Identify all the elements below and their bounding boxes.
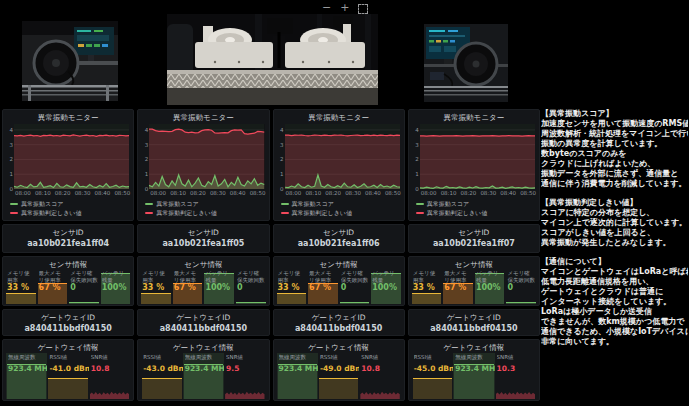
gauge-label: メモリ確保失敗回数	[70, 270, 98, 283]
dashboard-column-4: 異常振動モニター0123408:0008:1008:2008:3008:4008…	[408, 109, 540, 401]
panel-title[interactable]: ゲートウェイ情報	[3, 340, 133, 353]
y-axis: 01234	[5, 124, 14, 189]
stat-sparkline	[225, 390, 264, 399]
info-text-line: 異常振動が発生したとみなします。	[541, 238, 688, 248]
sensor-gauges: メモリ使用率33 %最大メモリ使用率67 %バッテリ残量100%メモリ確保失敗回…	[409, 270, 539, 305]
stat-label: 無線周波数	[185, 354, 222, 361]
info-section: 【異常振動判定しきい値】スコアに特定の分布を想定し、マイコン上で逐次的に計算して…	[541, 198, 688, 248]
panel-title[interactable]: センサ情報	[274, 257, 404, 270]
camera-feed-center	[167, 14, 378, 105]
chart-legend: 異常振動スコア異常振動判定しきい値	[416, 199, 539, 217]
info-text-line: スコアに特定の分布を想定し、	[541, 208, 688, 218]
panel-title[interactable]: 異常振動モニター	[274, 110, 404, 123]
panel-title[interactable]: ゲートウェイ情報	[138, 340, 268, 353]
legend-item[interactable]: 異常振動判定しきい値	[145, 208, 268, 217]
legend-item[interactable]: 異常振動判定しきい値	[416, 208, 539, 217]
legend-item[interactable]: 異常振動スコア	[145, 199, 268, 208]
sensor-info-panel: センサ情報メモリ使用率33 %最大メモリ使用率67 %バッテリ残量100%メモリ…	[137, 256, 269, 306]
gateway-stats: RSSI値-45.0 dBm無線周波数923.4 MHzSNR値10.3	[409, 353, 539, 400]
info-text-line: 加速度センサを用いて振動速度のRMS値・	[541, 119, 688, 129]
legend-label: 異常振動スコア	[427, 199, 469, 208]
gauge-bar	[340, 302, 370, 304]
panel-title[interactable]: センサID	[274, 225, 404, 238]
gauge-bar	[277, 293, 307, 304]
legend-item[interactable]: 異常振動判定しきい値	[10, 208, 133, 217]
panel-title[interactable]: ゲートウェイID	[3, 310, 133, 323]
gauge-value: 33 %	[7, 283, 35, 292]
panel-title[interactable]: センサID	[409, 225, 539, 238]
gateway-stat: SNR値10.8	[359, 353, 400, 399]
gateway-info-panel: ゲートウェイ情報無線周波数923.4 MHzRSSI値-41.0 dBmSNR値…	[2, 339, 134, 401]
panel-title[interactable]: ゲートウェイID	[274, 310, 404, 323]
legend-item[interactable]: 異常振動判定しきい値	[281, 208, 404, 217]
x-tick-label: 08:10	[441, 190, 457, 197]
x-axis: 08:0008:1008:2008:3008:4008:50	[138, 189, 268, 197]
legend-item[interactable]: 異常振動スコア	[281, 199, 404, 208]
panel-title[interactable]: ゲートウェイ情報	[274, 340, 404, 353]
panel-title[interactable]: センサ情報	[3, 257, 133, 270]
gauge-value: 67 %	[444, 283, 472, 292]
x-tick-label: 08:00	[15, 190, 31, 197]
zoom-out-icon[interactable]: −	[322, 1, 331, 15]
chart-area: 01234	[411, 124, 535, 189]
gauge-label: バッテリ残量	[476, 270, 504, 283]
vibration-monitoring-dashboard: − +	[0, 0, 689, 406]
plot-region	[14, 124, 129, 189]
panel-title[interactable]: センサID	[3, 225, 133, 238]
panel-title[interactable]: 異常振動モニター	[409, 110, 539, 123]
stat-sparkline	[48, 378, 87, 399]
y-tick-label: 3	[10, 142, 14, 148]
vibration-chart-plot	[285, 124, 400, 189]
stat-value: -43.0 dBm	[143, 364, 180, 374]
gauge-label: バッテリ残量	[372, 270, 400, 283]
panel-title[interactable]: 異常振動モニター	[3, 110, 133, 123]
panel-title[interactable]: センサ情報	[138, 257, 268, 270]
stat-label: RSSI値	[49, 354, 86, 361]
gauge-value: 33 %	[413, 283, 441, 292]
plot-region	[420, 124, 535, 189]
stat-label: RSSI値	[143, 354, 180, 361]
legend-item[interactable]: 異常振動スコア	[416, 199, 539, 208]
fullscreen-icon[interactable]	[358, 4, 368, 14]
y-tick-label: 0	[145, 186, 149, 192]
panel-title[interactable]: センサ情報	[409, 257, 539, 270]
panel-title[interactable]: センサID	[138, 225, 268, 238]
legend-item[interactable]: 異常振動スコア	[10, 199, 133, 208]
zoom-in-icon[interactable]: +	[340, 1, 349, 15]
y-tick-label: 4	[415, 127, 419, 133]
gauge-bar	[141, 293, 171, 304]
panel-title[interactable]: ゲートウェイID	[138, 310, 268, 323]
gateway-id-value: a840411bbdf04150	[138, 323, 268, 335]
x-tick-label: 08:00	[150, 190, 166, 197]
panel-title[interactable]: ゲートウェイID	[409, 310, 539, 323]
gateway-id-value: a840411bbdf04150	[274, 323, 404, 335]
vibration-monitor-panel: 異常振動モニター0123408:0008:1008:2008:3008:4008…	[137, 109, 269, 221]
x-tick-label: 08:40	[230, 190, 246, 197]
legend-color-dash	[145, 212, 153, 214]
info-text-line: 通信できるため、小規模なIoTデバイスに	[541, 327, 688, 337]
gauge-label: メモリ確保失敗回数	[507, 270, 535, 283]
y-tick-label: 1	[280, 171, 284, 177]
sensor-gauge: メモリ使用率33 %	[140, 270, 172, 304]
gauge-value: 100%	[476, 283, 504, 292]
gateway-info-panel: ゲートウェイ情報RSSI値-43.0 dBm無線周波数923.4 MHzSNR値…	[137, 339, 269, 401]
gauge-label: メモリ使用率	[142, 270, 170, 283]
gauge-bar	[412, 293, 442, 304]
sensor-gauge: 最大メモリ使用率67 %	[307, 270, 339, 304]
x-tick-label: 08:00	[286, 190, 302, 197]
legend-color-dash	[416, 203, 424, 205]
sensor-gauge: メモリ使用率33 %	[276, 270, 308, 304]
x-axis: 08:0008:1008:2008:3008:4008:50	[274, 189, 404, 197]
sensor-id-value: aa10b021fea1ff06	[274, 238, 404, 252]
panel-title[interactable]: ゲートウェイ情報	[409, 340, 539, 353]
panel-title[interactable]: 異常振動モニター	[138, 110, 268, 123]
gauge-label: バッテリ残量	[205, 270, 233, 283]
stat-value: -45.0 dBm	[414, 364, 451, 374]
info-text-line: 振動データを外部に流さず、通信量と	[541, 169, 688, 179]
legend-label: 異常振動スコア	[21, 199, 63, 208]
gateway-id-value: a840411bbdf04150	[3, 323, 133, 335]
legend-label: 異常振動判定しきい値	[21, 208, 81, 217]
sensor-id-panel: センサIDaa10b021fea1ff06	[273, 224, 405, 253]
gateway-id-panel: ゲートウェイIDa840411bbdf04150	[408, 309, 540, 336]
gateway-id-panel: ゲートウェイIDa840411bbdf04150	[273, 309, 405, 336]
